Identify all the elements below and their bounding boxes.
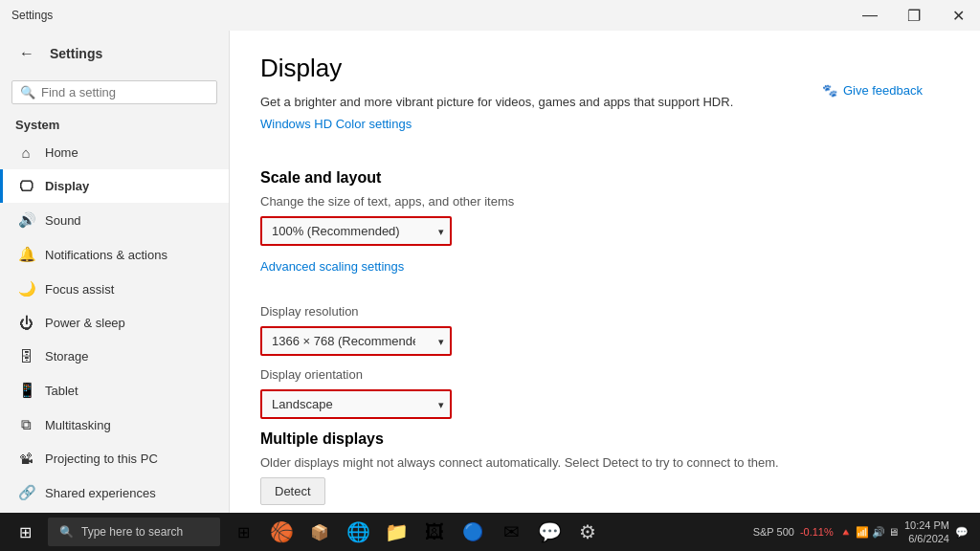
sidebar-item-multitasking[interactable]: ⧉ Multitasking [0,408,229,442]
app-body: ← Settings 🔍 System ⌂ Home 🖵 Display 🔊 S… [0,31,980,513]
display-icon: 🖵 [18,178,33,194]
multitasking-icon: ⧉ [18,416,33,433]
search-input[interactable] [41,85,209,99]
taskbar-icon-mail[interactable]: ✉ [494,515,528,549]
scale-desc: Change the size of text, apps, and other… [260,194,949,209]
resolution-label: Display resolution [260,304,949,319]
main-content: 🐾 Give feedback Display Get a brighter a… [230,31,980,513]
search-box[interactable]: 🔍 [11,80,217,104]
taskbar-search[interactable]: 🔍 Type here to search [48,518,220,546]
scale-section-title: Scale and layout [260,169,949,187]
clock-date: 6/6/2024 [904,532,949,545]
taskbar-icon-photos[interactable]: 🖼 [417,515,452,549]
sidebar-item-tablet[interactable]: 📱 Tablet [0,373,229,408]
orientation-dropdown[interactable]: Landscape Portrait Landscape (flipped) P… [260,389,452,419]
feedback-icon: 🐾 [822,83,837,98]
restore-button[interactable]: ❐ [892,0,936,31]
taskbar-icon-chrome[interactable]: 🔵 [456,515,490,549]
taskbar-search-placeholder: Type here to search [81,525,183,539]
notifications-icon: 🔔 [18,246,33,263]
scale-dropdown-wrapper: 100% (Recommended) 125% 150% 175% ▾ [260,216,452,246]
scale-dropdown[interactable]: 100% (Recommended) 125% 150% 175% [260,216,452,246]
minimize-button[interactable]: — [848,0,892,31]
sidebar-app-title: Settings [50,46,102,61]
sidebar-item-notifications-label: Notifications & actions [45,248,167,262]
taskbar-icon-basketball[interactable]: 🏀 [264,515,299,549]
sidebar-section-label: System [0,112,229,136]
sidebar-item-shared[interactable]: 🔗 Shared experiences [0,475,229,510]
taskbar-right: S&P 500 -0.11% 🔺 📶 🔊 🖥 10:24 PM 6/6/2024… [753,518,976,546]
sidebar-item-focus[interactable]: 🌙 Focus assist [0,272,229,306]
sidebar-item-home-label: Home [45,145,78,160]
detect-button[interactable]: Detect [260,477,325,505]
sidebar-item-shared-label: Shared experiences [45,486,156,500]
taskbar-search-icon: 🔍 [59,525,74,539]
multiple-desc: Older displays might not always connect … [260,455,949,470]
sidebar: ← Settings 🔍 System ⌂ Home 🖵 Display 🔊 S… [0,31,230,513]
tablet-icon: 📱 [18,382,33,399]
advanced-scaling-link[interactable]: Advanced scaling settings [260,259,404,274]
taskbar: ⊞ 🔍 Type here to search ⊞ 🏀 📦 🌐 📁 🖼 🔵 ✉ … [0,513,980,551]
sound-icon: 🔊 [18,211,33,229]
sidebar-item-notifications[interactable]: 🔔 Notifications & actions [0,237,229,272]
projecting-icon: 📽 [18,451,33,467]
sidebar-item-storage-label: Storage [45,349,89,364]
clock-time: 10:24 PM [904,518,949,532]
sidebar-item-focus-label: Focus assist [45,282,114,297]
sidebar-item-multitasking-label: Multitasking [45,418,111,432]
sidebar-item-display[interactable]: 🖵 Display [0,169,229,203]
search-icon: 🔍 [20,85,35,99]
give-feedback-button[interactable]: 🐾 Give feedback [822,83,923,98]
sidebar-item-tablet-label: Tablet [45,384,78,398]
resolution-dropdown-wrapper: 1366 × 768 (Recommended) 1280 × 720 1024… [260,326,452,356]
home-icon: ⌂ [18,144,33,161]
notification-icon[interactable]: 💬 [955,526,969,539]
back-button[interactable]: ← [11,38,42,69]
sidebar-item-sound[interactable]: 🔊 Sound [0,203,229,237]
power-icon: ⏻ [18,315,33,331]
give-feedback-label: Give feedback [843,83,923,98]
taskbar-icon-edge[interactable]: 🌐 [341,515,375,549]
orientation-label: Display orientation [260,367,949,382]
taskbar-icon-settings-active[interactable]: ⚙ [570,515,605,549]
titlebar-controls: — ❐ ✕ [848,0,980,31]
titlebar-title: Settings [11,9,53,22]
page-title: Display [260,54,949,83]
multiple-section-title: Multiple displays [260,430,949,448]
titlebar: Settings — ❐ ✕ [0,0,980,31]
sidebar-item-power-label: Power & sleep [45,316,125,330]
sidebar-item-home[interactable]: ⌂ Home [0,136,229,169]
close-button[interactable]: ✕ [936,0,980,31]
sidebar-item-sound-label: Sound [45,213,81,228]
taskbar-clock[interactable]: 10:24 PM 6/6/2024 [904,518,949,546]
stock-change: -0.11% [800,526,834,538]
taskbar-icon-tiles[interactable]: ⊞ [226,515,260,549]
stock-label: S&P 500 [753,526,794,538]
sidebar-item-storage[interactable]: 🗄 Storage [0,340,229,373]
sidebar-nav-top: ← Settings [0,31,229,77]
orientation-dropdown-wrapper: Landscape Portrait Landscape (flipped) P… [260,389,452,419]
focus-icon: 🌙 [18,280,33,298]
taskbar-tray-icons: 🔺 📶 🔊 🖥 [839,526,899,539]
sidebar-item-projecting-label: Projecting to this PC [45,452,158,466]
start-button[interactable]: ⊞ [4,513,46,551]
taskbar-icon-store[interactable]: 📦 [302,515,337,549]
taskbar-icon-explorer[interactable]: 📁 [379,515,413,549]
shared-icon: 🔗 [18,484,33,501]
taskbar-icon-skype[interactable]: 💬 [532,515,567,549]
storage-icon: 🗄 [18,348,33,364]
sidebar-item-display-label: Display [45,179,89,193]
sidebar-item-projecting[interactable]: 📽 Projecting to this PC [0,442,229,475]
sidebar-item-power[interactable]: ⏻ Power & sleep [0,306,229,340]
resolution-dropdown[interactable]: 1366 × 768 (Recommended) 1280 × 720 1024… [260,326,452,356]
hdr-link[interactable]: Windows HD Color settings [260,117,412,131]
taskbar-pinned-icons: ⊞ 🏀 📦 🌐 📁 🖼 🔵 ✉ 💬 ⚙ [226,515,605,549]
